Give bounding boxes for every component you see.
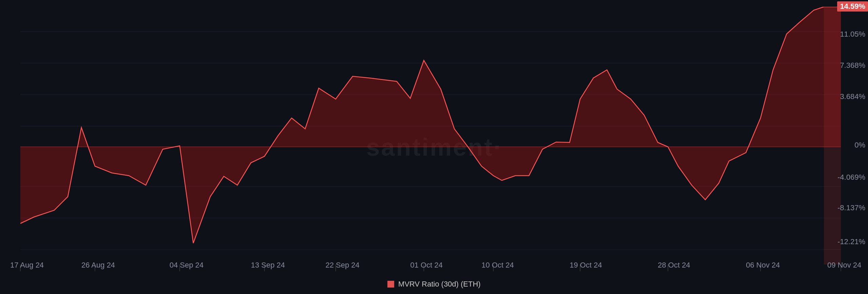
x-label-oct28: 28 Oct 24 bbox=[658, 261, 690, 270]
y-label-neg8137: -8.137% bbox=[837, 203, 865, 212]
x-label-oct10: 10 Oct 24 bbox=[481, 261, 514, 270]
legend-label: MVRV Ratio (30d) (ETH) bbox=[398, 280, 481, 289]
chart-container: santiment· bbox=[0, 0, 868, 294]
x-label-sep04: 04 Sep 24 bbox=[170, 261, 203, 270]
y-label-7368: 7.368% bbox=[840, 61, 865, 70]
y-label-0: 0% bbox=[854, 141, 865, 150]
x-label-sep22: 22 Sep 24 bbox=[326, 261, 359, 270]
x-label-aug26: 26 Aug 24 bbox=[81, 261, 115, 270]
x-label-nov06: 06 Nov 24 bbox=[746, 261, 780, 270]
y-label-neg4069: -4.069% bbox=[837, 173, 865, 182]
x-label-sep13: 13 Sep 24 bbox=[251, 261, 285, 270]
current-value-badge: 14.59% bbox=[837, 1, 868, 12]
x-label-oct01: 01 Oct 24 bbox=[410, 261, 442, 270]
y-label-1105: 11.05% bbox=[840, 30, 865, 39]
y-label-neg1221: -12.21% bbox=[837, 237, 865, 246]
x-label-aug17: 17 Aug 24 bbox=[10, 261, 44, 270]
x-label-nov09: 09 Nov 24 bbox=[827, 261, 861, 270]
chart-legend: MVRV Ratio (30d) (ETH) bbox=[388, 280, 481, 289]
chart-svg bbox=[0, 0, 868, 294]
y-label-3684: 3.684% bbox=[840, 92, 865, 101]
x-label-oct19: 19 Oct 24 bbox=[570, 261, 602, 270]
legend-color-box bbox=[388, 281, 394, 288]
svg-rect-9 bbox=[824, 7, 841, 264]
